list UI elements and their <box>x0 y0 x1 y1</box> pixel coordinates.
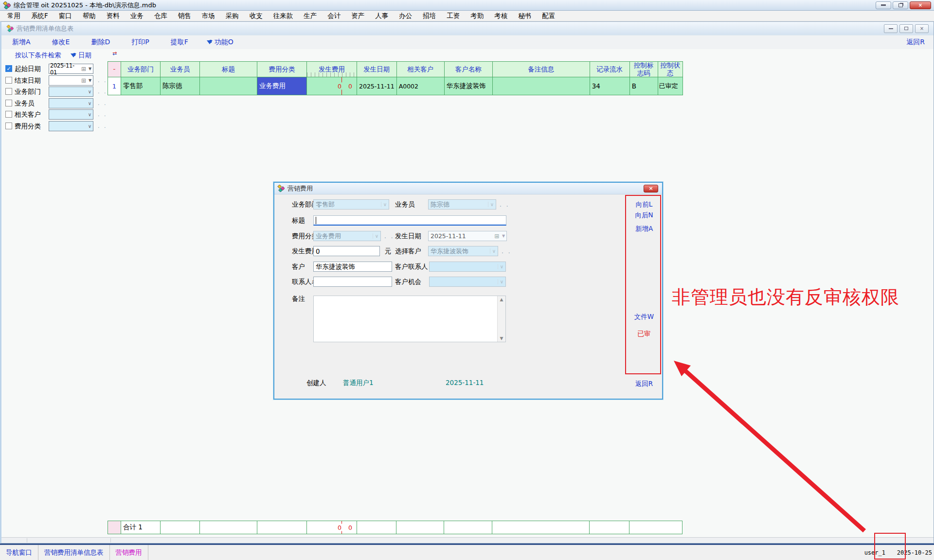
taskbar-expense-dialog[interactable]: 营销费用 <box>110 545 148 560</box>
menu-item[interactable]: 会计 <box>322 12 346 20</box>
menu-item[interactable]: 常用 <box>2 12 26 20</box>
cell-serial[interactable]: 34 <box>590 77 629 95</box>
opportunity-combo[interactable]: ∨ <box>429 277 506 287</box>
menu-item[interactable]: 考核 <box>489 12 513 20</box>
menu-item[interactable]: 资产 <box>346 12 370 20</box>
function-button[interactable]: 功能O <box>210 38 234 47</box>
start-date-input[interactable]: 2025-11-01 ⊞ ▼ <box>49 64 93 74</box>
menu-item[interactable]: 配置 <box>537 12 560 20</box>
contact-name-input[interactable] <box>313 277 392 287</box>
lookup-dots[interactable]: . . <box>98 100 108 106</box>
customer-checkbox[interactable] <box>5 111 12 118</box>
scroll-down-icon[interactable]: ▼ <box>500 336 503 341</box>
header-customer-code[interactable]: 相关客户 <box>396 62 444 77</box>
menu-item[interactable]: 资料 <box>101 12 125 20</box>
menu-item[interactable]: 往来款 <box>268 12 299 20</box>
menu-item[interactable]: 生产 <box>298 12 322 20</box>
header-person[interactable]: 业务员 <box>161 62 200 77</box>
lookup-dots[interactable]: . . <box>98 77 108 84</box>
date-sort-link[interactable]: 日期 <box>73 51 91 60</box>
table-row[interactable]: 1 零售部 陈宗德 业务费用 0 0 2025-11-11 A0002 华东捷波… <box>108 77 683 95</box>
customer-select[interactable]: ∨ <box>49 109 93 120</box>
start-date-checkbox[interactable]: ✓ <box>5 65 12 72</box>
header-date[interactable]: 发生日期 <box>357 62 397 77</box>
edit-button[interactable]: 修改E <box>52 38 70 47</box>
lookup-dots[interactable]: . . <box>98 111 108 118</box>
taskbar-nav-window[interactable]: 导航窗口 <box>0 545 38 560</box>
print-button[interactable]: 打印P <box>131 38 149 47</box>
end-date-checkbox[interactable] <box>5 77 12 84</box>
mdi-maximize-button[interactable] <box>899 24 913 33</box>
salesperson-checkbox[interactable] <box>5 100 12 106</box>
cell-status[interactable]: 已审定 <box>658 77 683 95</box>
salesperson-select[interactable]: ∨ <box>49 98 93 108</box>
menu-item[interactable]: 秘书 <box>513 12 537 20</box>
mdi-close-button[interactable]: × <box>915 24 929 33</box>
department-checkbox[interactable] <box>5 88 12 95</box>
lookup-dots[interactable]: . . <box>502 248 511 255</box>
cell-person[interactable]: 陈宗德 <box>161 77 200 95</box>
menu-item[interactable]: 系统F <box>26 12 54 20</box>
header-title[interactable]: 标题 <box>200 62 257 77</box>
taskbar-list-window[interactable]: 营销费用清单信息表 <box>38 545 110 560</box>
minimize-button[interactable] <box>876 1 891 9</box>
search-by-conditions-link[interactable]: 按以下条件检索 <box>15 51 61 60</box>
category-select[interactable]: ∨ <box>49 121 93 131</box>
dialog-close-button[interactable]: × <box>644 185 658 192</box>
cell-note[interactable] <box>492 77 590 95</box>
header-amount[interactable]: 发生费用 <box>307 62 357 77</box>
scroll-up-icon[interactable]: ▲ <box>500 297 503 302</box>
restore-button[interactable] <box>893 1 908 9</box>
header-serial[interactable]: 记录流水 <box>590 62 629 77</box>
lookup-dots[interactable]: . . <box>98 123 108 129</box>
mdi-minimize-button[interactable] <box>884 24 898 33</box>
customer-input[interactable] <box>313 262 392 272</box>
amount-input[interactable] <box>313 246 380 256</box>
header-minus[interactable]: - <box>108 62 121 77</box>
menu-item[interactable]: 销售 <box>173 12 197 20</box>
return-button[interactable]: 返回R <box>906 38 925 47</box>
new-button[interactable]: 新增A <box>12 38 31 47</box>
cell-date[interactable]: 2025-11-11 <box>357 77 397 95</box>
contact-combo[interactable]: ∨ <box>429 262 506 272</box>
header-note[interactable]: 备注信息 <box>492 62 590 77</box>
dialog-return-button[interactable]: 返回R <box>625 380 663 388</box>
menu-item[interactable]: 帮助 <box>77 12 101 20</box>
category-checkbox[interactable] <box>5 122 12 129</box>
end-date-input[interactable]: ⊞ ▼ <box>49 75 93 86</box>
menu-item[interactable]: 采购 <box>220 12 244 20</box>
menu-item[interactable]: 业务 <box>125 12 149 20</box>
menu-item[interactable]: 窗口 <box>54 12 77 20</box>
menu-item[interactable]: 仓库 <box>149 12 173 20</box>
row-number[interactable]: 1 <box>108 77 121 95</box>
header-dept[interactable]: 业务部门 <box>121 62 161 77</box>
delete-button[interactable]: 删除D <box>91 38 110 47</box>
cell-flag[interactable]: B <box>629 77 658 95</box>
cell-amount[interactable]: 0 0 <box>307 77 357 95</box>
cell-title[interactable] <box>200 77 257 95</box>
cell-customer-name[interactable]: 华东捷波装饰 <box>444 77 492 95</box>
lookup-dots[interactable]: . . <box>384 233 394 240</box>
menu-item[interactable]: 考勤 <box>465 12 489 20</box>
menu-item[interactable]: 工资 <box>441 12 465 20</box>
cell-dept[interactable]: 零售部 <box>121 77 161 95</box>
department-select[interactable]: ∨ <box>49 87 93 97</box>
lookup-dots[interactable]: . . <box>98 88 108 95</box>
header-customer-name[interactable]: 客户名称 <box>444 62 492 77</box>
extract-button[interactable]: 提取F <box>171 38 188 47</box>
title-input[interactable] <box>313 215 506 226</box>
header-category[interactable]: 费用分类 <box>257 62 307 77</box>
menu-item[interactable]: 招培 <box>417 12 441 20</box>
lookup-dots[interactable]: . . <box>500 201 509 208</box>
note-textarea[interactable] <box>314 296 505 342</box>
menu-item[interactable]: 办公 <box>394 12 417 20</box>
menu-item[interactable]: 收支 <box>244 12 268 20</box>
cell-customer-code[interactable]: A0002 <box>396 77 444 95</box>
cell-category-selected[interactable]: 业务费用 <box>257 77 307 95</box>
menu-item[interactable]: 人事 <box>370 12 394 20</box>
header-flag[interactable]: 控制标志码 <box>629 62 658 77</box>
scrollbar[interactable]: ▲ ▼ <box>497 296 505 342</box>
column-swap-icon[interactable]: → ← <box>112 51 121 59</box>
menu-item[interactable]: 市场 <box>197 12 220 20</box>
close-button[interactable]: × <box>910 1 931 9</box>
